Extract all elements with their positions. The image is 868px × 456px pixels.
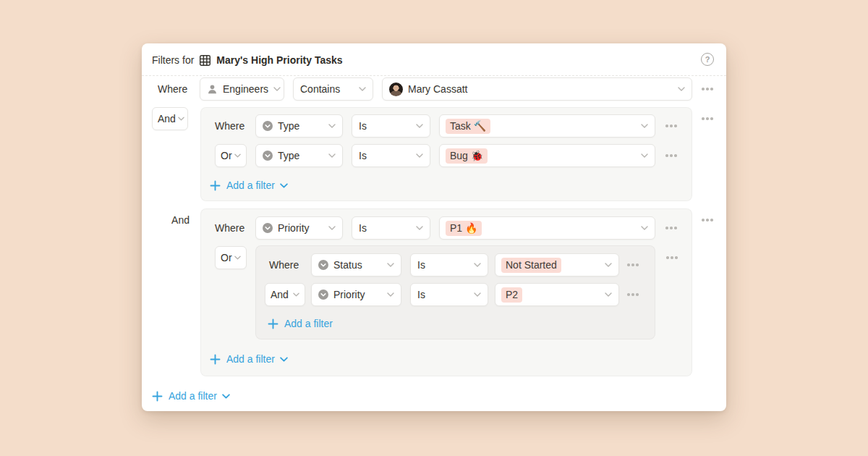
add-filter-button[interactable]: Add a filter (210, 352, 288, 366)
property-select[interactable]: Type (255, 144, 343, 167)
property-select[interactable]: Priority (255, 216, 343, 240)
more-icon[interactable] (627, 283, 639, 306)
chevron-down-icon (416, 226, 423, 230)
filter-row: And Priority (256, 283, 655, 306)
add-filter-label: Add a filter (226, 353, 275, 365)
filter-row-top: Where Engineers Contains Mary Cassatt (142, 77, 726, 101)
property-name: Priority (278, 222, 310, 234)
more-icon[interactable] (627, 253, 639, 276)
filter-row: Where Priority Is P1 (201, 216, 692, 240)
value-tag: P1 🔥 (446, 221, 482, 236)
property-name: Engineers (223, 83, 268, 95)
value-select-person[interactable]: Mary Cassatt (382, 77, 692, 101)
chevron-down-icon (605, 263, 612, 267)
operator-select[interactable]: Is (410, 283, 488, 306)
connector-label: Where (265, 253, 305, 276)
add-filter-button[interactable]: Add a filter (268, 316, 333, 331)
value-tag: P2 (501, 287, 522, 303)
chevron-down-icon (178, 117, 184, 121)
property-select[interactable]: Status (311, 253, 401, 276)
select-type-icon (318, 260, 328, 270)
chevron-down-icon (328, 153, 336, 158)
select-type-icon (263, 151, 273, 161)
chevron-down-icon (273, 87, 281, 91)
select-type-icon (318, 290, 328, 300)
panel-header: Filters for Mary's High Priority Tasks (152, 52, 343, 68)
operator-name: Is (417, 259, 425, 271)
property-select[interactable]: Type (255, 114, 343, 138)
property-name: Priority (333, 289, 365, 300)
add-filter-button[interactable]: Add a filter (210, 178, 288, 193)
chevron-down-icon (416, 124, 423, 128)
operator-name: Is (359, 150, 367, 161)
add-filter-label: Add a filter (169, 390, 217, 402)
avatar (389, 83, 403, 96)
value-tag: Not Started (501, 258, 561, 273)
operator-select[interactable]: Is (410, 253, 488, 276)
chevron-down-icon (234, 153, 241, 158)
value-select[interactable]: P1 🔥 (439, 216, 655, 240)
value-tag: Bug 🐞 (446, 148, 488, 164)
nested-connector-select[interactable]: Or (215, 246, 247, 269)
select-type-icon (263, 223, 273, 233)
value-select[interactable]: P2 (495, 283, 619, 306)
chevron-down-icon (416, 153, 423, 158)
more-icon[interactable] (665, 144, 677, 167)
filter-row: Or Type Is (201, 144, 692, 167)
value-select[interactable]: Not Started (495, 253, 619, 276)
chevron-down-icon (387, 292, 394, 297)
connector-select[interactable]: And (265, 283, 305, 306)
more-icon[interactable] (702, 215, 713, 225)
table-icon (199, 54, 211, 67)
filter-group-2: And Where Priority Is (142, 208, 726, 376)
chevron-down-icon (678, 87, 685, 91)
question-mark-icon: ? (705, 55, 710, 64)
more-icon[interactable] (665, 216, 677, 240)
chevron-down-icon (474, 292, 481, 297)
value-select[interactable]: Bug 🐞 (439, 144, 655, 167)
operator-select[interactable]: Is (352, 216, 430, 240)
chevron-down-icon (234, 256, 241, 260)
filter-row: Where Type Is Task � (201, 114, 692, 138)
operator-select[interactable]: Contains (293, 77, 373, 101)
help-button[interactable]: ? (701, 53, 714, 66)
connector-text: Or (221, 150, 232, 161)
operator-select[interactable]: Is (352, 144, 430, 167)
chevron-down-icon (387, 263, 394, 267)
header-divider (142, 75, 726, 76)
add-filter-label: Add a filter (284, 318, 333, 329)
value-select[interactable]: Task 🔨 (439, 114, 655, 138)
operator-select[interactable]: Is (352, 114, 430, 138)
group-box: Where Type Is Task � (200, 107, 692, 201)
connector-text: Or (221, 252, 232, 263)
operator-name: Is (359, 120, 367, 132)
connector-label: Where (215, 216, 247, 240)
group-connector-select[interactable]: And (152, 107, 188, 130)
chevron-down-icon (359, 87, 366, 91)
plus-icon (210, 354, 221, 365)
connector-text: And (271, 289, 289, 300)
chevron-down-icon (280, 357, 288, 362)
connector-label: Where (158, 77, 187, 101)
group-connector-label: And (152, 211, 190, 229)
chevron-down-icon (474, 263, 481, 267)
filter-group-1: And Where Type Is (142, 107, 726, 201)
property-select-engineers[interactable]: Engineers (200, 77, 284, 101)
more-icon[interactable] (666, 253, 678, 263)
chevron-down-icon (328, 226, 336, 230)
more-icon[interactable] (665, 114, 677, 138)
header-prefix: Filters for (152, 54, 194, 66)
operator-name: Is (417, 289, 425, 300)
connector-label: Where (215, 114, 247, 138)
operator-name: Contains (300, 83, 340, 95)
more-icon[interactable] (702, 77, 713, 101)
more-icon[interactable] (702, 114, 713, 124)
chevron-down-icon (293, 292, 299, 297)
connector-select[interactable]: Or (215, 144, 247, 167)
operator-name: Is (359, 222, 367, 234)
chevron-down-icon (222, 394, 230, 399)
property-select[interactable]: Priority (311, 283, 401, 306)
chevron-down-icon (641, 153, 648, 158)
chevron-down-icon (328, 124, 336, 128)
add-filter-button[interactable]: Add a filter (152, 389, 230, 403)
